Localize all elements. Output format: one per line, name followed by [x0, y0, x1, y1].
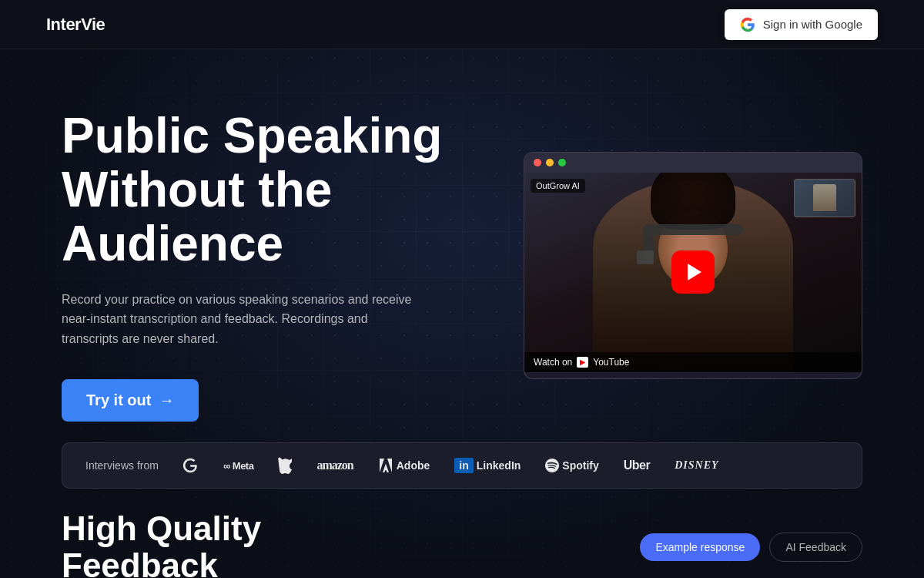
brands-intro-label: Interviews from	[85, 459, 159, 472]
arrow-right-icon: →	[159, 391, 174, 409]
video-label: OutGrow AI	[531, 179, 585, 193]
hero-section: Public Speaking Without the Audience Rec…	[0, 49, 924, 442]
sign-in-label: Sign in with Google	[763, 18, 862, 31]
window-dot-green	[558, 159, 566, 166]
brands-bar: Interviews from ∞ Meta amazon Adobe	[62, 442, 862, 489]
try-it-out-button[interactable]: Try it out →	[62, 379, 199, 422]
high-quality-section: High Quality Feedback	[62, 510, 261, 578]
try-btn-label: Try it out	[86, 391, 151, 409]
hero-title: Public Speaking Without the Audience	[62, 109, 485, 271]
window-dot-yellow	[546, 159, 554, 166]
hero-title-line2: Without the Audience	[62, 162, 332, 271]
brand-logos: ∞ Meta amazon Adobe in LinkedIn	[182, 457, 839, 474]
bottom-section: High Quality Feedback Example response A…	[0, 489, 924, 578]
video-body[interactable]: OutGrow AI Watch on ▶ YouTube	[524, 173, 862, 372]
apple-brand-icon	[278, 457, 292, 474]
video-titlebar	[524, 153, 862, 173]
brand-meta: ∞ Meta	[223, 460, 254, 472]
brand-spotify: Spotify	[545, 459, 598, 472]
google-icon	[740, 17, 755, 32]
video-channel-label: OutGrow AI	[536, 181, 580, 190]
tab-example-label: Example response	[655, 541, 745, 553]
video-mini-preview	[794, 179, 855, 217]
youtube-label: YouTube	[593, 357, 629, 368]
bottom-tabs: Example response AI Feedback	[640, 533, 862, 562]
brand-disney: DISNEY	[675, 459, 718, 472]
window-dot-red	[534, 159, 541, 166]
sign-in-button[interactable]: Sign in with Google	[725, 9, 878, 40]
hero-title-line1: Public Speaking	[62, 108, 442, 163]
google-brand-icon	[182, 457, 199, 474]
high-quality-line2: Feedback	[62, 546, 218, 578]
tab-ai-label: AI Feedback	[785, 541, 846, 553]
logo: InterVie	[46, 15, 105, 35]
youtube-logo: ▶	[577, 357, 588, 368]
adobe-brand-icon	[378, 458, 393, 473]
brand-adobe: Adobe	[378, 458, 430, 473]
brand-amazon: amazon	[316, 459, 353, 472]
spotify-brand-icon	[545, 459, 559, 472]
video-panel[interactable]: OutGrow AI Watch on ▶ YouTube	[524, 152, 862, 379]
brand-linkedin: in LinkedIn	[454, 458, 521, 473]
watch-on-bar: Watch on ▶ YouTube	[524, 352, 862, 372]
brand-google	[182, 457, 199, 474]
tab-example-response[interactable]: Example response	[640, 533, 760, 561]
brand-apple	[278, 457, 292, 474]
tab-ai-feedback[interactable]: AI Feedback	[769, 533, 862, 562]
watch-on-label: Watch on	[534, 357, 572, 368]
video-play-button[interactable]	[671, 250, 715, 294]
high-quality-line1: High Quality	[62, 509, 261, 547]
high-quality-title: High Quality Feedback	[62, 510, 261, 578]
play-icon	[688, 264, 701, 281]
hero-subtitle: Record your practice on various speaking…	[62, 290, 416, 349]
brand-uber: Uber	[624, 459, 650, 472]
hero-left: Public Speaking Without the Audience Rec…	[62, 109, 485, 422]
navbar: InterVie Sign in with Google	[0, 0, 924, 49]
